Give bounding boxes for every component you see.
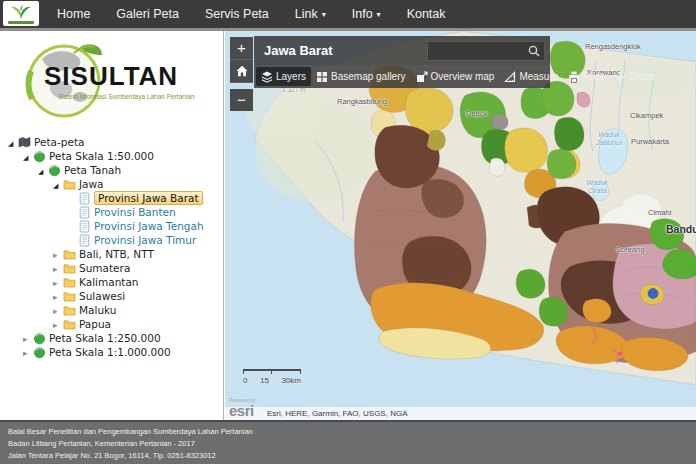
nav-item-link[interactable]: Link▾ bbox=[282, 0, 339, 30]
search-icon[interactable] bbox=[528, 45, 540, 57]
tree-node-jawa[interactable]: Jawa bbox=[8, 177, 223, 191]
folder-icon bbox=[63, 178, 76, 191]
nav-label: Info bbox=[352, 7, 373, 21]
nav-item-kontak[interactable]: Kontak bbox=[394, 0, 459, 30]
search-box[interactable] bbox=[427, 41, 545, 61]
button-label: Overview map bbox=[431, 71, 495, 82]
document-icon bbox=[78, 192, 91, 205]
tree-label[interactable]: Sulawesi bbox=[79, 290, 125, 302]
nav-label: Galeri Peta bbox=[116, 7, 179, 21]
tree-label[interactable]: Papua bbox=[79, 318, 111, 330]
tree-label[interactable]: Maluku bbox=[79, 304, 116, 316]
footer-line: Balai Besar Penelitian dan Pengembangan … bbox=[8, 426, 688, 438]
map-icon bbox=[18, 136, 31, 149]
esri-brand-text: esri bbox=[229, 402, 254, 419]
tree-node-peta-peta[interactable]: Peta-peta bbox=[8, 135, 223, 149]
zoom-in-button[interactable]: + bbox=[230, 37, 253, 60]
tree-label[interactable]: Peta Skala 1:1.000.000 bbox=[49, 346, 171, 358]
measure-icon bbox=[504, 71, 516, 83]
expand-closed-icon[interactable] bbox=[53, 262, 63, 274]
plant-icon bbox=[10, 4, 32, 20]
basemap-gallery-button[interactable]: Basemap gallery bbox=[311, 67, 410, 86]
button-label: Basemap gallery bbox=[331, 71, 405, 82]
map-place-label: Cikampek bbox=[630, 111, 663, 120]
search-input[interactable] bbox=[428, 45, 528, 56]
tree-label[interactable]: Jawa bbox=[79, 178, 104, 190]
zoom-out-button[interactable]: − bbox=[230, 89, 253, 111]
balitbangtan-logo[interactable] bbox=[3, 1, 39, 26]
document-icon bbox=[78, 220, 91, 233]
nav-item-servis-peta[interactable]: Servis Peta bbox=[192, 0, 282, 30]
tree-label[interactable]: Sumatera bbox=[79, 262, 130, 274]
tree-node-provinsi-banten[interactable]: Provinsi Banten bbox=[8, 205, 223, 219]
expand-closed-icon[interactable] bbox=[53, 276, 63, 288]
tree-label[interactable]: Peta Skala 1:50.000 bbox=[49, 150, 154, 162]
attribution-text: Esri, HERE, Garmin, FAO, USGS, NGA bbox=[267, 409, 407, 418]
tree-label[interactable]: Peta-peta bbox=[34, 136, 84, 148]
tree-node-provinsi-jawa-barat[interactable]: Provinsi Jawa Barat bbox=[8, 191, 223, 205]
nav-item-info[interactable]: Info▾ bbox=[339, 0, 394, 30]
nav-label: Link bbox=[295, 7, 318, 21]
tree-node-provinsi-jawa-tengah[interactable]: Provinsi Jawa Tengah bbox=[8, 219, 223, 233]
scale-tick-label: 0 bbox=[243, 376, 247, 385]
tree-node-peta-skala-250000[interactable]: Peta Skala 1:250.000 bbox=[8, 331, 223, 345]
caret-down-icon: ▾ bbox=[377, 10, 381, 19]
map-area[interactable]: Rengasdengklok Karawang Cikampek Purwaka… bbox=[225, 31, 696, 420]
document-icon bbox=[78, 206, 91, 219]
folder-icon bbox=[63, 276, 76, 289]
overview-map-icon bbox=[416, 71, 428, 83]
expand-closed-icon[interactable] bbox=[23, 346, 33, 358]
tree-label[interactable]: Kalimantan bbox=[79, 276, 139, 288]
button-label: Share bbox=[629, 71, 656, 82]
print-button[interactable]: Print bbox=[563, 67, 609, 86]
expand-closed-icon[interactable] bbox=[53, 290, 63, 302]
expand-closed-icon[interactable] bbox=[53, 248, 63, 260]
expand-closed-icon[interactable] bbox=[53, 304, 63, 316]
measure-button[interactable]: Measure bbox=[499, 67, 563, 86]
map-place-label: Depok bbox=[466, 109, 488, 118]
globe-node-icon bbox=[33, 332, 46, 345]
tree-node-maluku[interactable]: Maluku bbox=[8, 303, 223, 317]
expand-closed-icon[interactable] bbox=[53, 318, 63, 330]
folder-icon bbox=[63, 304, 76, 317]
tree-label[interactable]: Peta Tanah bbox=[64, 164, 121, 176]
tree-node-peta-tanah[interactable]: Peta Tanah bbox=[8, 163, 223, 177]
home-button[interactable] bbox=[230, 60, 253, 83]
expand-open-icon[interactable] bbox=[8, 136, 18, 148]
nav-item-galeri-peta[interactable]: Galeri Peta bbox=[103, 0, 192, 30]
share-button[interactable]: Share bbox=[609, 67, 661, 86]
expand-open-icon[interactable] bbox=[23, 150, 33, 162]
tree-label[interactable]: Peta Skala 1:250.000 bbox=[49, 332, 161, 344]
expand-open-icon[interactable] bbox=[38, 164, 48, 176]
scale-bar-line bbox=[243, 369, 301, 375]
layers-icon bbox=[261, 71, 273, 83]
folder-icon bbox=[63, 262, 76, 275]
tree-node-provinsi-jawa-timur[interactable]: Provinsi Jawa Timur bbox=[8, 233, 223, 247]
layers-button[interactable]: Layers bbox=[256, 67, 311, 86]
nav-item-home[interactable]: Home bbox=[44, 0, 103, 30]
button-label: Measure bbox=[519, 71, 558, 82]
tree-label-selected[interactable]: Provinsi Jawa Barat bbox=[94, 191, 203, 205]
tree-node-sulawesi[interactable]: Sulawesi bbox=[8, 289, 223, 303]
overview-map-button[interactable]: Overview map bbox=[411, 67, 500, 86]
map-title: Jawa Barat bbox=[264, 43, 333, 58]
print-icon bbox=[568, 71, 580, 83]
caret-down-icon: ▾ bbox=[322, 10, 326, 19]
expand-closed-icon[interactable] bbox=[23, 332, 33, 344]
expand-open-icon[interactable] bbox=[53, 178, 63, 190]
map-place-label: Purwakarta bbox=[631, 137, 669, 146]
tree-label[interactable]: Provinsi Jawa Tengah bbox=[94, 220, 204, 232]
top-navbar: Home Galeri Peta Servis Peta Link▾ Info▾… bbox=[0, 0, 696, 31]
tree-label[interactable]: Provinsi Banten bbox=[94, 206, 176, 218]
tree-node-peta-skala-1000000[interactable]: Peta Skala 1:1.000.000 bbox=[8, 345, 223, 359]
tree-node-bali-ntb-ntt[interactable]: Bali, NTB, NTT bbox=[8, 247, 223, 261]
tree-label[interactable]: Bali, NTB, NTT bbox=[79, 248, 154, 260]
tree-label[interactable]: Provinsi Jawa Timur bbox=[94, 234, 196, 246]
nav-label: Servis Peta bbox=[205, 7, 269, 21]
sisultan-logo: SISULTAN Sistem Informasi Sumberdaya Lah… bbox=[8, 37, 215, 133]
globe-node-icon bbox=[33, 150, 46, 163]
tree-node-papua[interactable]: Papua bbox=[8, 317, 223, 331]
tree-node-kalimantan[interactable]: Kalimantan bbox=[8, 275, 223, 289]
tree-node-peta-skala-50000[interactable]: Peta Skala 1:50.000 bbox=[8, 149, 223, 163]
tree-node-sumatera[interactable]: Sumatera bbox=[8, 261, 223, 275]
